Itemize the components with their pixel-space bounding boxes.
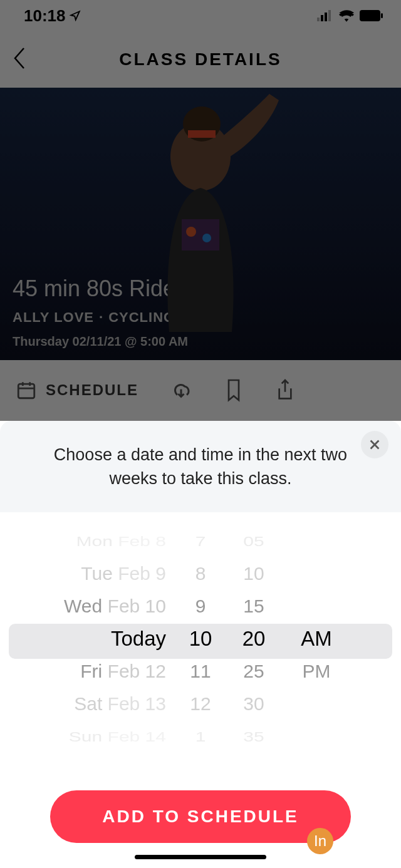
close-icon bbox=[368, 438, 382, 452]
datetime-picker[interactable]: Mon Feb 8 7 05 Tue Feb 9 8 10 Wed Feb 10… bbox=[0, 512, 401, 790]
picker-row[interactable]: Wed Feb 10 9 15 bbox=[0, 590, 401, 623]
in-badge: In bbox=[307, 828, 333, 854]
sheet-header: Choose a date and time in the next two w… bbox=[0, 421, 401, 512]
picker-row[interactable]: Mon Feb 8 7 05 bbox=[0, 529, 401, 553]
picker-row-selected[interactable]: Today 10 20 AM bbox=[0, 623, 401, 655]
close-button[interactable] bbox=[361, 431, 388, 458]
modal-overlay[interactable] bbox=[0, 0, 401, 421]
home-indicator[interactable] bbox=[135, 855, 266, 859]
picker-row[interactable]: Tue Feb 9 8 10 bbox=[0, 557, 401, 590]
add-to-schedule-button[interactable]: ADD TO SCHEDULE bbox=[50, 790, 351, 843]
picker-row[interactable]: Sat Feb 13 12 30 bbox=[0, 688, 401, 720]
schedule-sheet: Choose a date and time in the next two w… bbox=[0, 421, 401, 868]
sheet-prompt: Choose a date and time in the next two w… bbox=[38, 443, 363, 491]
picker-row[interactable]: Fri Feb 12 11 25 PM bbox=[0, 655, 401, 688]
picker-row[interactable]: Sun Feb 14 1 35 bbox=[0, 724, 401, 748]
